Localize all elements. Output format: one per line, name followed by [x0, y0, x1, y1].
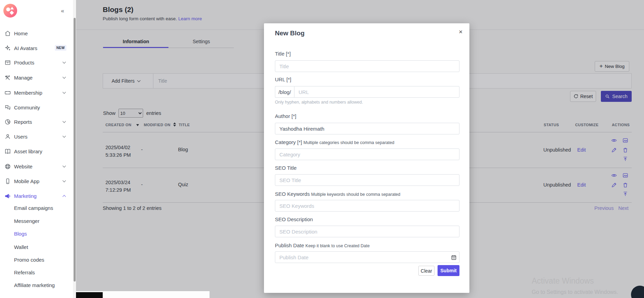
seo-description-field-label: SEO Description — [275, 216, 313, 222]
activate-windows-watermark: Activate Windows — [532, 276, 594, 286]
book-icon — [4, 148, 11, 155]
seo-keywords-field[interactable] — [275, 200, 459, 212]
sidebar-subitem-label: Promo codes — [14, 257, 44, 263]
sidebar-item-email-campaigns[interactable]: Email campaigns — [0, 203, 73, 212]
chevron-up-icon — [63, 195, 66, 199]
url-field[interactable] — [294, 86, 459, 98]
chevron-down-icon — [63, 60, 66, 64]
url-field-hint: Only hyphen, alphabets and numbers allow… — [275, 100, 363, 105]
sidebar-collapse-button[interactable]: « — [61, 8, 64, 14]
sidebar: « Home AI Avatars NEW Products Manage Me… — [0, 0, 73, 298]
app-logo-icon[interactable] — [3, 3, 17, 18]
sidebar-scrollbar — [73, 0, 76, 298]
sidebar-item-label: Products — [14, 60, 34, 65]
sidebar-subitem-label: Blogs — [14, 231, 27, 237]
new-blog-modal: New Blog × Title [*] URL [*] /blog/ Only… — [264, 23, 469, 293]
publish-date-field-label: Publish DateKeep it blank to use Created… — [275, 242, 370, 248]
submit-button[interactable]: Submit — [438, 265, 459, 276]
sidebar-item-referrals[interactable]: Referrals — [0, 268, 73, 277]
sidebar-item-label: AI Avatars — [14, 45, 37, 51]
chat-icon — [4, 104, 11, 111]
activate-windows-watermark-sub: Go to Settings to activate Windows. — [532, 289, 618, 295]
new-badge: NEW — [55, 45, 66, 51]
sidebar-item-label: Mobile App — [14, 178, 39, 184]
sidebar-item-mobile-app[interactable]: Mobile App — [0, 176, 73, 186]
chevron-down-icon — [63, 91, 66, 94]
pie-chart-icon — [4, 119, 11, 125]
sidebar-item-products[interactable]: Products — [0, 57, 73, 68]
phone-icon — [4, 178, 11, 184]
sidebar-item-reports[interactable]: Reports — [0, 117, 73, 127]
url-prefix: /blog/ — [275, 86, 294, 98]
sidebar-item-label: Asset library — [14, 148, 42, 154]
tools-icon — [4, 74, 11, 81]
sidebar-item-ai-avatars[interactable]: AI Avatars NEW — [0, 43, 73, 53]
seo-title-field-label: SEO Title — [275, 165, 296, 171]
url-field-label: URL [*] — [275, 76, 291, 82]
title-field-label: Title [*] — [275, 51, 291, 57]
sidebar-item-home[interactable]: Home — [0, 28, 73, 38]
sidebar-subitem-label: Affiliate marketing — [14, 282, 55, 288]
chevron-down-icon — [63, 179, 66, 182]
card-icon — [4, 90, 11, 96]
chevron-down-icon — [63, 75, 66, 79]
box-icon — [4, 59, 11, 66]
modal-title: New Blog — [275, 29, 305, 37]
category-field-hint: Multiple categories should be comma sepa… — [303, 140, 394, 145]
sidebar-subitem-label: Messenger — [14, 218, 39, 224]
home-icon — [4, 30, 11, 37]
category-field-label: Category [*]Multiple categories should b… — [275, 139, 394, 145]
sidebar-item-affiliate-marketing[interactable]: Affiliate marketing — [0, 281, 73, 289]
megaphone-icon — [4, 193, 11, 199]
sidebar-item-marketing[interactable]: Marketing — [0, 191, 73, 201]
sidebar-item-wallet[interactable]: Wallet — [0, 242, 73, 251]
calendar-icon[interactable] — [451, 254, 457, 260]
title-field[interactable] — [275, 60, 459, 72]
category-field[interactable] — [275, 148, 459, 160]
chevron-down-icon — [63, 134, 66, 138]
seo-description-field[interactable] — [275, 226, 459, 237]
publish-date-field-hint: Keep it blank to use Created Date — [305, 243, 370, 248]
user-icon — [4, 133, 11, 140]
chevron-down-icon — [63, 120, 66, 123]
sidebar-item-label: Membership — [14, 90, 42, 96]
sidebar-item-label: Home — [14, 31, 28, 36]
author-field[interactable] — [275, 123, 459, 134]
author-field-label: Author [*] — [275, 113, 296, 119]
sidebar-item-promo-codes[interactable]: Promo codes — [0, 255, 73, 264]
sidebar-item-website[interactable]: Website — [0, 161, 73, 171]
sidebar-item-label: Marketing — [14, 193, 37, 199]
sidebar-item-users[interactable]: Users — [0, 131, 73, 142]
seo-keywords-field-hint: Multiple keywords should be comma separa… — [311, 192, 401, 197]
sidebar-item-blogs[interactable]: Blogs — [0, 229, 73, 238]
sidebar-item-label: Community — [14, 105, 40, 110]
app-root: « Home AI Avatars NEW Products Manage Me… — [0, 0, 644, 298]
sidebar-item-label: Reports — [14, 119, 32, 125]
sidebar-item-manage[interactable]: Manage — [0, 72, 73, 83]
sidebar-item-membership[interactable]: Membership — [0, 87, 73, 98]
sidebar-subitem-label: Wallet — [14, 244, 28, 250]
sidebar-subitem-label: Email campaigns — [14, 205, 53, 211]
sidebar-item-community[interactable]: Community — [0, 102, 73, 112]
sidebar-subitem-label: Referrals — [14, 270, 35, 275]
sidebar-item-label: Website — [14, 164, 33, 169]
publish-date-field[interactable] — [275, 251, 459, 263]
globe-icon — [4, 163, 11, 170]
clear-button[interactable]: Clear — [418, 266, 434, 276]
seo-keywords-field-label: SEO KeywordsMultiple keywords should be … — [275, 191, 400, 197]
close-icon[interactable]: × — [457, 27, 464, 37]
sparkles-icon — [4, 45, 11, 51]
sidebar-item-messenger[interactable]: Messenger — [0, 216, 73, 225]
chevron-down-icon — [63, 164, 66, 168]
sidebar-scrollbar-thumb[interactable] — [74, 18, 76, 282]
sidebar-item-asset-library[interactable]: Asset library — [0, 146, 73, 156]
taskbar-fragment — [76, 292, 103, 298]
sidebar-item-label: Users — [14, 134, 27, 140]
seo-title-field[interactable] — [275, 174, 459, 186]
sidebar-item-label: Manage — [14, 75, 33, 81]
